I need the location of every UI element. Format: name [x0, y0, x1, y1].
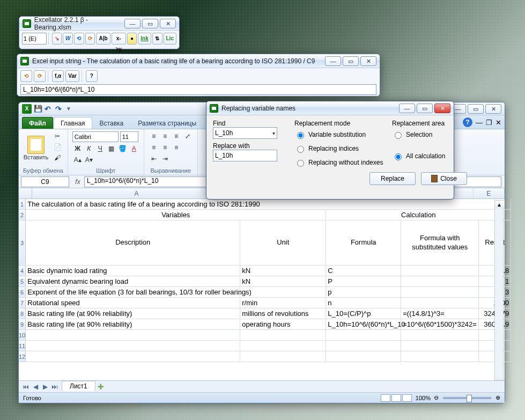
indent-inc[interactable]: ⇥	[160, 154, 171, 164]
redo-icon[interactable]: ⟳	[85, 33, 95, 45]
paste-button[interactable]: Вставить	[23, 131, 49, 165]
table-row[interactable]: =10^6/(60*1500)*3242=	[401, 319, 479, 330]
hdr-desc[interactable]: Description	[26, 220, 240, 266]
close-button[interactable]: ✕	[434, 104, 450, 113]
tb-dot[interactable]: ●	[127, 33, 137, 45]
hdr-subst[interactable]: Formula with substituted values	[401, 220, 479, 266]
tb-lic[interactable]: Lic	[164, 33, 176, 45]
sheet-nav-first[interactable]: ⏮	[21, 383, 31, 390]
replace-with-input[interactable]	[213, 150, 277, 161]
tab-file[interactable]: Файл	[22, 117, 53, 129]
col-E[interactable]: E	[474, 188, 505, 198]
name-box[interactable]	[21, 176, 69, 187]
workbook-minimize[interactable]: —	[476, 119, 483, 127]
table-row[interactable]	[401, 266, 479, 276]
row-2[interactable]: 2	[19, 210, 26, 220]
row-5[interactable]: 5	[19, 276, 26, 287]
align-center[interactable]: ≡	[160, 143, 171, 152]
table-row[interactable]	[401, 276, 479, 287]
active-cell[interactable]: L_10h=10^6/(60*n)*L_10	[326, 319, 401, 330]
table-row[interactable]	[401, 298, 479, 308]
zoom-out-icon[interactable]: ⊖	[434, 394, 439, 401]
mode-opt-0[interactable]: Variable substitution	[294, 130, 386, 139]
tab-insert[interactable]: Вставка	[93, 117, 131, 129]
undo-icon[interactable]	[45, 105, 53, 113]
row-8[interactable]: 8	[19, 308, 26, 319]
excellator-titlebar[interactable]: Excellator 2.2.1 β - Bearing.xlsm — ▭ ✕	[19, 17, 179, 31]
row-11[interactable]: 11	[19, 341, 26, 351]
table-row[interactable]: C	[326, 266, 401, 276]
excel-close[interactable]: ✕	[485, 104, 501, 114]
zoom-in-icon[interactable]: ⊕	[496, 394, 500, 401]
align-middle[interactable]: ≡	[160, 131, 171, 141]
row-7[interactable]: 7	[19, 298, 26, 308]
border-button[interactable]: ▦	[106, 144, 117, 153]
table-row[interactable]: Rotational speed	[26, 298, 240, 308]
row-12[interactable]: 12	[19, 351, 26, 362]
table-row[interactable]: Equivalent dynamic bearing load	[26, 276, 240, 287]
sheet-nav-next[interactable]: ▶	[40, 383, 50, 390]
undo-icon[interactable]: ⟲	[74, 33, 84, 45]
row-4[interactable]: 4	[19, 266, 26, 276]
area-opt-0[interactable]: Selection	[392, 130, 467, 139]
table-row[interactable]: =((14.8/1)^3=	[401, 308, 479, 319]
table-row[interactable]: L_10=(C/P)^p	[326, 308, 401, 319]
tb-sort[interactable]: ⇅	[152, 33, 162, 45]
fx-icon[interactable]: fx	[71, 178, 84, 186]
input-titlebar[interactable]: Excel input string - The calculation of …	[17, 54, 380, 68]
table-row[interactable]	[401, 287, 479, 298]
new-sheet-icon[interactable]: ✚	[98, 382, 104, 391]
maximize-button[interactable]: ▭	[343, 56, 359, 66]
view-page-break[interactable]	[402, 394, 412, 402]
view-normal[interactable]	[381, 394, 390, 402]
fill-color-button[interactable]: 🪣	[117, 144, 128, 153]
row-1[interactable]: 1	[19, 199, 26, 210]
vertical-scrollbar[interactable]: ▲	[494, 200, 504, 380]
redo-icon[interactable]	[55, 105, 64, 113]
table-row[interactable]: p	[326, 287, 401, 298]
hdr-formula[interactable]: Formula	[326, 220, 401, 266]
excel-icon[interactable]: X	[22, 104, 32, 114]
workbook-close[interactable]: ✕	[496, 119, 501, 127]
area-opt-1[interactable]: All calculation	[392, 152, 467, 160]
mode-opt-1[interactable]: Replacing indices	[294, 144, 386, 153]
table-row[interactable]: n	[326, 298, 401, 308]
font-size-select[interactable]	[120, 131, 138, 142]
row-6[interactable]: 6	[19, 287, 26, 298]
align-right[interactable]: ≡	[171, 143, 182, 152]
format-painter-icon[interactable]: 🖌	[52, 153, 63, 163]
table-row[interactable]: millions of revolutions	[240, 308, 326, 319]
tb-xy[interactable]: x->y	[112, 33, 126, 45]
table-row[interactable]: kN	[240, 266, 326, 276]
help-icon[interactable]: ?	[86, 70, 98, 82]
tb-arrow[interactable]: ↘	[52, 33, 62, 45]
font-name-select[interactable]	[72, 131, 119, 142]
find-combo[interactable]: L_10h	[213, 127, 277, 139]
tb-var[interactable]: Var	[65, 70, 79, 82]
align-bottom[interactable]: ≡	[171, 131, 182, 141]
table-row[interactable]: operating hours	[240, 319, 326, 330]
tb-link[interactable]: lnk	[138, 33, 151, 45]
close-button[interactable]: ✕	[160, 19, 176, 28]
mode-opt-2[interactable]: Replacing without indexes	[294, 158, 386, 167]
replace-button[interactable]: Replace	[369, 172, 416, 185]
align-top[interactable]: ≡	[149, 131, 159, 141]
table-row[interactable]: Basic rating life (at 90% reliability)	[26, 319, 240, 330]
align-left[interactable]: ≡	[149, 143, 159, 152]
excel-restore[interactable]: ▭	[468, 104, 484, 114]
cell-vars-header[interactable]: Variables	[26, 210, 326, 220]
orientation[interactable]: ⤢	[182, 131, 193, 141]
table-row[interactable]: kN	[240, 276, 326, 287]
table-row[interactable]	[240, 287, 326, 298]
workbook-restore[interactable]: ❐	[486, 119, 492, 127]
view-page-layout[interactable]	[391, 394, 401, 402]
tb-w[interactable]: W	[63, 33, 73, 45]
sheet-nav-last[interactable]: ⏭	[50, 383, 60, 390]
undo-icon[interactable]: ⟲	[20, 70, 32, 82]
sheet-combo[interactable]	[22, 33, 47, 45]
maximize-button[interactable]: ▭	[417, 104, 433, 113]
table-row[interactable]: Basic rating life (at 90% reliability)	[26, 308, 240, 319]
grow-font-icon[interactable]: A▴	[72, 155, 83, 165]
row-3[interactable]: 3	[19, 220, 26, 266]
sheet-tab[interactable]: Лист1	[62, 381, 95, 391]
